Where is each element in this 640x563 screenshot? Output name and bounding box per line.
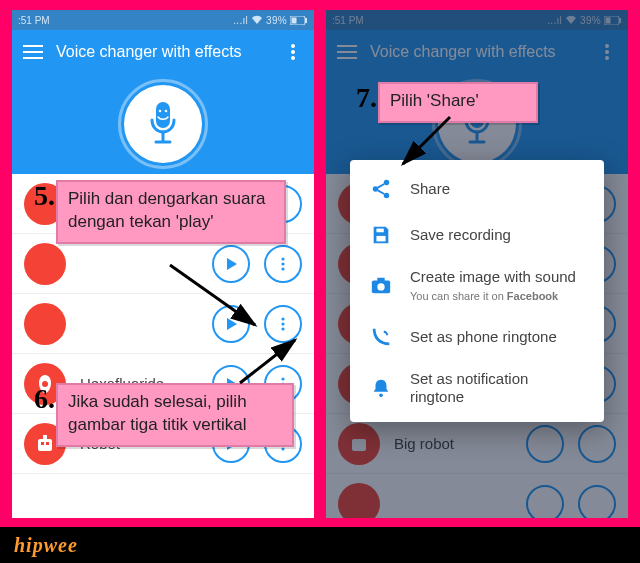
mic-hero <box>12 74 314 174</box>
app-title: Voice changer with effects <box>56 43 270 61</box>
svg-point-38 <box>373 186 379 192</box>
svg-rect-41 <box>376 229 383 233</box>
svg-point-28 <box>281 447 284 450</box>
svg-rect-40 <box>376 236 385 242</box>
svg-rect-24 <box>46 442 49 445</box>
sheet-item-save[interactable]: Save recording <box>350 212 604 258</box>
svg-point-37 <box>384 180 390 186</box>
share-icon <box>368 176 394 202</box>
callout-7: 7. Pilih 'Share' <box>378 82 538 123</box>
play-button[interactable] <box>212 305 250 343</box>
callout-text: Pilih dan dengarkan suara dengan tekan '… <box>68 188 274 234</box>
svg-rect-25 <box>43 435 47 439</box>
svg-rect-1 <box>292 17 297 23</box>
callout-number: 5. <box>34 180 55 212</box>
app-bar: Voice changer with effects <box>12 30 314 74</box>
svg-point-14 <box>281 267 284 270</box>
wifi-icon <box>251 15 263 25</box>
svg-point-39 <box>384 193 390 199</box>
callout-number: 7. <box>356 82 377 114</box>
svg-point-7 <box>159 110 162 113</box>
status-time: :51 PM <box>18 15 50 26</box>
svg-point-8 <box>165 110 168 113</box>
battery-pct: 39% <box>266 15 287 26</box>
sheet-sublabel: You can share it on Facebook <box>410 290 558 302</box>
phone-icon <box>368 324 394 350</box>
effect-icon <box>24 303 66 345</box>
footer: hipwee <box>0 527 640 563</box>
callout-6: 6. Jika sudah selesai, pilih gambar tiga… <box>56 383 294 447</box>
sheet-item-phone-ringtone[interactable]: Set as phone ringtone <box>350 314 604 360</box>
effect-icon <box>24 243 66 285</box>
brand-logo: hipwee <box>14 534 78 557</box>
sheet-label: Share <box>410 180 450 198</box>
svg-point-43 <box>377 283 384 290</box>
battery-icon <box>290 16 308 25</box>
callout-number: 6. <box>34 383 55 415</box>
overflow-icon[interactable] <box>282 41 304 63</box>
camera-icon <box>368 273 394 299</box>
svg-point-15 <box>281 317 284 320</box>
sheet-label: Create image with sound You can share it… <box>410 268 576 304</box>
list-item[interactable] <box>12 294 314 354</box>
svg-point-4 <box>291 50 295 54</box>
callout-5: 5. Pilih dan dengarkan suara dengan teka… <box>56 180 286 244</box>
hamburger-icon[interactable] <box>22 41 44 63</box>
svg-point-45 <box>379 394 383 398</box>
row-overflow-button[interactable] <box>264 305 302 343</box>
play-button[interactable] <box>212 245 250 283</box>
svg-point-13 <box>281 262 284 265</box>
callout-text: Jika sudah selesai, pilih gambar tiga ti… <box>68 391 282 437</box>
sheet-label: Save recording <box>410 226 511 244</box>
svg-point-19 <box>281 377 284 380</box>
signal-icon: ...ıl <box>233 15 248 26</box>
bell-icon <box>368 375 394 401</box>
svg-point-12 <box>281 257 284 260</box>
status-bar: :51 PM ...ıl 39% <box>12 10 314 30</box>
svg-point-5 <box>291 56 295 60</box>
sheet-label: Set as notification ringtone <box>410 370 586 406</box>
svg-rect-22 <box>38 439 52 451</box>
svg-point-17 <box>281 327 284 330</box>
save-icon <box>368 222 394 248</box>
svg-rect-6 <box>156 102 170 128</box>
callout-text: Pilih 'Share' <box>390 90 526 113</box>
action-sheet: Share Save recording Create image with s… <box>350 160 604 422</box>
mic-icon <box>146 102 180 146</box>
svg-point-3 <box>291 44 295 48</box>
mic-button[interactable] <box>124 85 202 163</box>
sheet-item-notif-ringtone[interactable]: Set as notification ringtone <box>350 360 604 416</box>
sheet-item-share[interactable]: Share <box>350 166 604 212</box>
sheet-label: Set as phone ringtone <box>410 328 557 346</box>
svg-rect-23 <box>41 442 44 445</box>
svg-rect-44 <box>377 278 384 282</box>
sheet-item-image[interactable]: Create image with sound You can share it… <box>350 258 604 314</box>
svg-rect-2 <box>305 18 307 23</box>
svg-point-16 <box>281 322 284 325</box>
row-overflow-button[interactable] <box>264 245 302 283</box>
